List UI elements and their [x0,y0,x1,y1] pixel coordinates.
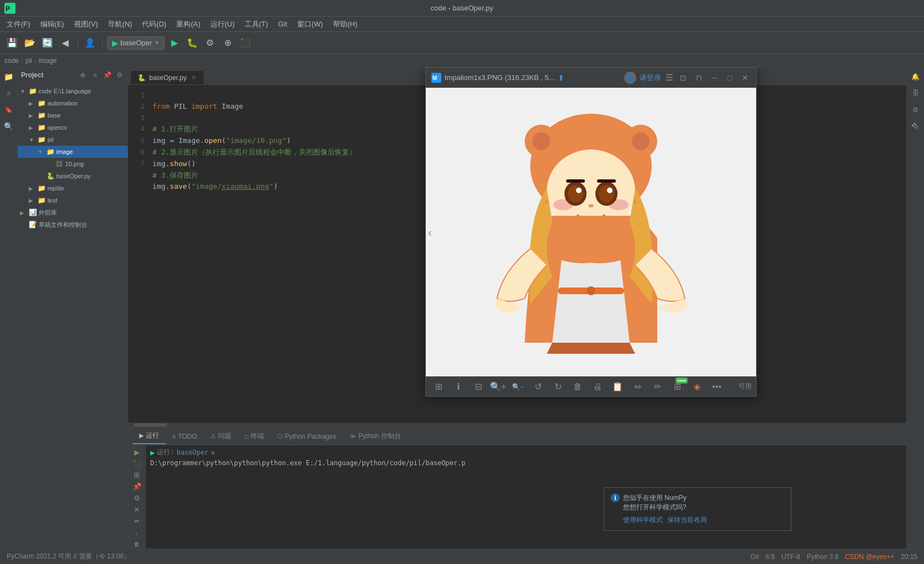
tab-run[interactable]: ▶ 运行 [133,429,166,444]
run-active-tab[interactable]: baseOper [177,449,209,456]
viewer-info-btn[interactable]: ℹ [450,380,467,394]
coverage-button[interactable]: ⚙ [202,35,218,51]
viewer-flip-btn[interactable]: ⇔ [629,380,646,394]
editor-scrollbar-h[interactable] [128,423,906,427]
viewer-upload-icon[interactable]: ⬆ [558,73,564,82]
viewer-copy-btn[interactable]: 📋 [609,380,626,394]
breadcrumb-pil[interactable]: pil [25,57,32,65]
run-config-selector[interactable]: ▶ baseOper ▼ [107,36,165,50]
menu-window[interactable]: 窗口(W) [293,18,328,30]
tab-python-console[interactable]: ≫ Python 控制台 [343,429,408,444]
wrap-btn[interactable]: ⇌ [131,517,143,526]
tree-pin-btn[interactable]: 📌 [102,70,112,80]
tree-item-test[interactable]: ▶ 📁 test [18,194,128,206]
menu-view[interactable]: 视图(V) [70,18,102,30]
tree-item-10png[interactable]: ▶ 🖼 10.png [18,158,128,170]
sync-button[interactable]: 🔄 [40,35,55,51]
tree-item-code[interactable]: ▼ 📁 code E:\1.language [18,85,128,97]
menu-git[interactable]: Git [273,19,292,29]
clear-btn[interactable]: 🗑 [131,539,143,549]
plugins-icon[interactable]: 🔌 [909,119,923,134]
project-view-icon[interactable]: 📁 [2,70,16,84]
run-close-icon[interactable]: ✕ [210,448,215,457]
login-button[interactable]: 请登录 [640,73,661,83]
back-button[interactable]: ◀ [57,35,73,51]
viewer-edit-btn[interactable]: ✏ [649,380,666,394]
viewer-menu-btn[interactable]: ☰ [666,72,673,83]
folder-icon-image: 📁 [46,147,55,156]
tree-settings-btn[interactable]: ⚙ [114,70,124,80]
tree-item-scratches[interactable]: ▶ 📝 草稿文件和控制台 [18,219,128,231]
breadcrumb-code[interactable]: code [4,57,19,65]
viewer-close-btn[interactable]: ✕ [740,72,751,83]
tab-baseoper[interactable]: 🐍 baseOper.py ✕ [130,70,204,84]
stop-button[interactable]: ⬛ [237,35,253,51]
tree-expand-btn[interactable]: ⊕ [78,70,88,80]
tree-item-automation[interactable]: ▶ 📁 automation [18,97,128,109]
tab-close-baseoper[interactable]: ✕ [190,73,197,82]
viewer-multi-btn[interactable]: ⊞ new [669,380,685,394]
tab-terminal[interactable]: □ 终端 [238,429,271,444]
viewer-layout-btn[interactable]: ⊟ [470,380,487,394]
settings-run-btn[interactable]: ⚙ [131,493,143,503]
status-python-version[interactable]: Python 3.8 [807,553,838,561]
breadcrumb-image[interactable]: image [39,57,57,65]
pin-tab-btn[interactable]: 📌 [131,482,143,491]
menu-run[interactable]: 运行(U) [206,18,239,30]
tree-item-baseoper[interactable]: ▶ 🐍 baseOper.py [18,170,128,182]
close-run-btn[interactable]: ✕ [131,505,143,514]
tree-item-pil[interactable]: ▼ 📁 pil [18,134,128,146]
viewer-zoom-in-btn[interactable]: 🔍+ [490,380,506,394]
tab-python-packages[interactable]: ⬡ Python Packages [271,429,343,444]
viewer-rotate-right-btn[interactable]: ↻ [550,380,566,394]
scroll-end-btn[interactable]: ↓ [131,528,143,537]
menu-navigate[interactable]: 导航(N) [103,18,136,30]
tree-item-opencv[interactable]: ▶ 📁 opencv [18,121,128,134]
viewer-prev-btn[interactable]: ‹ [428,226,432,238]
bookmarks-icon[interactable]: 🔖 [2,103,16,117]
tab-problems[interactable]: ⚠ 问题 [204,429,238,444]
tree-item-reptile[interactable]: ▶ 📁 reptile [18,182,128,194]
status-line-col[interactable]: 6:9 [765,553,775,561]
viewer-fullscreen-btn[interactable]: ⊡ [678,72,689,83]
tree-item-external-libs[interactable]: ▶ 📊 外部库 [18,206,128,219]
status-charset[interactable]: UTF-8 [782,553,800,561]
menu-refactor[interactable]: 重构(A) [172,18,204,30]
save-button[interactable]: 💾 [4,35,20,51]
tree-item-base[interactable]: ▶ 📁 base [18,109,128,121]
run-button[interactable]: ▶ [167,35,182,51]
tree-item-image[interactable]: ▼ 📁 image [18,146,128,158]
viewer-rotate-left-btn[interactable]: ↺ [530,380,546,394]
viewer-delete-btn[interactable]: 🗑 [569,380,586,394]
gradle-icon[interactable]: ⚙ [909,103,923,117]
viewer-maximize-btn[interactable]: □ [724,72,735,83]
tab-todo[interactable]: ≡ TODO [166,429,204,444]
database-icon[interactable]: 🗄 [909,86,923,100]
menu-edit[interactable]: 编辑(E) [36,18,68,30]
status-git[interactable]: Git [751,553,759,561]
open-button[interactable]: 📂 [22,35,38,51]
viewer-float-btn[interactable]: ⊓ [693,72,704,83]
viewer-grid-btn[interactable]: ⊞ [430,380,447,394]
tree-collapse-btn[interactable]: ≡ [90,70,100,80]
structure-icon[interactable]: ≡ [2,86,16,100]
restore-layout-btn[interactable]: ⊞ [131,471,143,480]
menu-help[interactable]: 帮助(H) [329,18,362,30]
csdn-link-keep[interactable]: 保持当前布局 [667,515,707,525]
find-icon[interactable]: 🔍 [2,119,16,134]
viewer-more-btn[interactable]: ••• [709,380,725,394]
rerun-button[interactable]: ▶ [131,448,143,457]
notifications-icon[interactable]: 🔔 [909,70,923,84]
profile-button[interactable]: ⊕ [220,35,235,51]
stop-run-button[interactable]: ⬛ [131,459,143,469]
csdn-link-scientific[interactable]: 使用科学模式 [623,515,663,525]
debug-button[interactable]: 🐛 [184,35,200,51]
menu-code[interactable]: 代码(D) [138,18,171,30]
menu-file[interactable]: 文件(F) [2,18,35,30]
user-button[interactable]: 👤 [82,35,98,51]
viewer-print-btn[interactable]: 🖨 [589,380,606,394]
viewer-zoom-out-btn[interactable]: 🔍− [510,380,526,394]
viewer-minimize-btn[interactable]: ─ [709,72,720,83]
menu-tools[interactable]: 工具(T) [240,18,273,30]
viewer-color-btn[interactable]: ◈ [689,380,705,394]
